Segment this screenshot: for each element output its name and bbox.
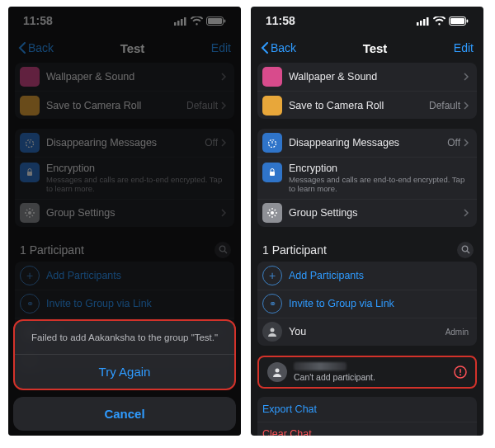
search-button[interactable] [457,242,474,258]
nav-back-label: Back [271,41,296,54]
svg-point-27 [460,374,461,375]
try-again-button[interactable]: Try Again [15,355,234,389]
row-label: Export Chat [262,403,469,415]
row-participant-you[interactable]: You Admin [257,318,477,346]
chevron-left-icon [261,42,269,54]
row-participant-error[interactable]: Can't add participant. [257,356,477,389]
row-add-participants[interactable]: + Add Participants [257,262,477,290]
wifi-icon [433,17,446,26]
row-label: Encryption Messages and calls are end-to… [289,163,469,194]
chevron-right-icon [464,209,469,217]
chevron-right-icon [464,73,469,81]
chevron-right-icon [464,101,469,110]
search-icon [461,245,470,254]
chevron-right-icon [464,139,469,147]
svg-rect-18 [467,19,469,22]
row-label: Disappearing Messages [289,137,447,149]
cancel-button[interactable]: Cancel [13,397,236,431]
redacted-name [294,362,346,370]
gear-icon [262,203,282,223]
camera-roll-icon [262,96,282,116]
svg-rect-26 [460,369,461,373]
settings-group-2: Disappearing Messages Off Encryption Mes… [257,129,477,227]
warning-icon [454,365,467,379]
row-invite-link[interactable]: ⚭ Invite to Group via Link [257,290,477,318]
action-sheet: Failed to add Aakanksha to the group "Te… [13,319,236,431]
row-label: Group Settings [289,207,464,219]
svg-rect-12 [417,22,419,26]
error-message: Can't add participant. [294,372,375,382]
sheet-message: Failed to add Aakanksha to the group "Te… [15,321,234,355]
svg-rect-13 [420,21,422,26]
nav-edit[interactable]: Edit [454,41,474,54]
nav-title: Test [363,41,388,55]
svg-rect-14 [423,19,426,26]
row-label: Invite to Group via Link [289,298,469,309]
settings-group-1: Wallpaper & Sound Save to Camera Roll De… [257,63,477,119]
svg-point-21 [271,211,274,215]
row-export-chat[interactable]: Export Chat [257,397,477,422]
battery-icon [449,17,469,26]
timer-icon [262,133,282,153]
row-label: Clear Chat [262,428,469,436]
svg-point-24 [276,368,280,372]
avatar [262,322,282,342]
row-save-camera[interactable]: Save to Camera Roll Default [257,91,477,119]
error-text-wrap: Can't add participant. [294,362,375,382]
row-wallpaper[interactable]: Wallpaper & Sound [257,63,477,91]
svg-point-23 [271,328,275,332]
danger-group-1: Export Chat Clear Chat [257,397,477,436]
screen-a: 11:58 Back Test Edit Wallpaper & Sound [8,7,241,436]
wallpaper-icon [262,67,282,87]
nav-bar: Back Test Edit [251,35,483,61]
row-label: You [289,326,446,337]
svg-point-22 [462,246,468,252]
participants-group: + Add Participants ⚭ Invite to Group via… [257,262,477,346]
participants-header: 1 Participant [251,237,483,262]
participant-role: Admin [446,328,469,337]
status-time: 11:58 [266,14,295,27]
row-encryption[interactable]: Encryption Messages and calls are end-to… [257,157,477,199]
screen-b: 11:58 Back Test Edit Wallpaper & Sound [251,7,483,436]
row-clear-chat[interactable]: Clear Chat [257,422,477,436]
row-value: Off [447,137,460,149]
svg-rect-17 [450,18,464,24]
signal-icon [417,17,430,26]
row-label: Add Participants [289,270,469,281]
link-icon: ⚭ [262,294,282,314]
avatar [267,362,287,382]
lock-icon [262,163,282,182]
plus-icon: + [262,266,282,285]
row-label: Wallpaper & Sound [289,71,464,83]
nav-back[interactable]: Back [261,41,296,54]
status-bar: 11:58 [251,7,483,35]
section-head-label: 1 Participant [262,243,327,257]
svg-rect-20 [270,172,275,176]
action-sheet-card: Failed to add Aakanksha to the group "Te… [13,319,236,390]
row-disappearing[interactable]: Disappearing Messages Off [257,129,477,157]
svg-rect-15 [427,17,429,26]
row-label: Save to Camera Roll [289,100,429,111]
row-group-settings[interactable]: Group Settings [257,199,477,227]
row-value: Default [429,100,460,111]
status-icons [417,17,469,26]
